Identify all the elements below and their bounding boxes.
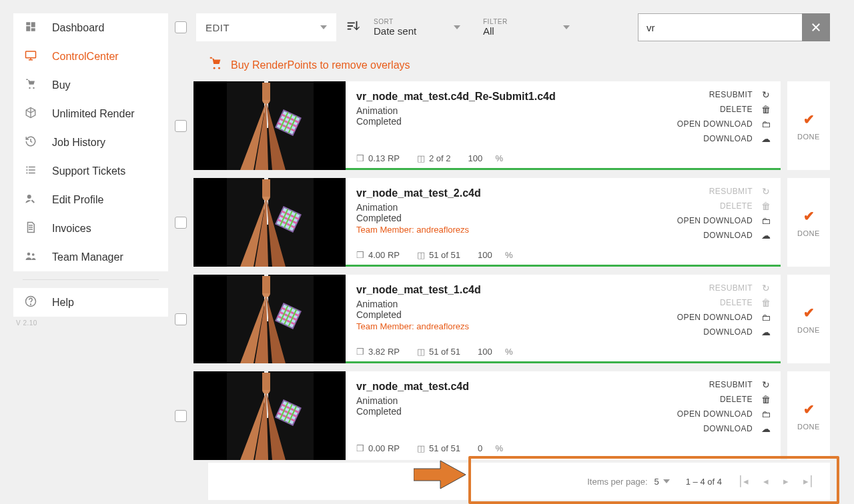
job-checkbox[interactable] [175, 217, 187, 229]
sidebar-item-label: Dashboard [52, 22, 104, 34]
resubmit-button: RESUBMIT↻ [709, 186, 771, 197]
sidebar-item-invoices[interactable]: Invoices [13, 214, 168, 243]
sidebar-item-label: Buy [52, 79, 71, 91]
divider [23, 279, 159, 280]
next-page-button[interactable]: ▸ [783, 475, 789, 487]
folder-open-icon: 🗀 [761, 409, 771, 419]
select-all-checkbox[interactable] [175, 21, 187, 33]
svg-point-15 [32, 253, 35, 256]
sidebar-item-label: Unlimited Render [52, 108, 135, 120]
open-download-button[interactable]: OPEN DOWNLOAD🗀 [677, 312, 771, 323]
job-title: vr_node_mat_test.c4d [356, 381, 636, 393]
sidebar-item-dashboard[interactable]: Dashboard [13, 13, 168, 42]
svg-point-6 [33, 87, 34, 89]
frames-icon: ◫ [417, 443, 425, 453]
open-download-button[interactable]: OPEN DOWNLOAD🗀 [677, 119, 771, 129]
svg-point-19 [218, 67, 220, 69]
items-per-page-value: 5 [655, 477, 659, 487]
sidebar-item-label: Invoices [52, 223, 91, 235]
sidebar-item-help[interactable]: Help [13, 288, 168, 317]
chevron-down-icon [454, 25, 460, 29]
open-download-button[interactable]: OPEN DOWNLOAD🗀 [677, 215, 771, 226]
svg-rect-4 [26, 51, 36, 58]
percent-unit: % [505, 250, 514, 260]
version-label: V 2.10 [13, 317, 168, 329]
job-info: vr_node_mat_test_1.c4dAnimationCompleted… [346, 275, 647, 363]
job-checkbox[interactable] [175, 313, 187, 325]
job-thumbnail [193, 371, 346, 460]
stat-frames: ◫2 of 2 [417, 153, 451, 163]
job-actions: RESUBMIT↻DELETE🗑OPEN DOWNLOAD🗀DOWNLOAD☁ [647, 178, 781, 267]
download-button[interactable]: DOWNLOAD☁ [703, 230, 771, 241]
resubmit-button[interactable]: RESUBMIT↻ [709, 379, 771, 390]
job-actions: RESUBMIT↻DELETE🗑OPEN DOWNLOAD🗀DOWNLOAD☁ [647, 275, 781, 363]
job-row: vr_node_mat_test_2.c4dAnimationCompleted… [175, 178, 830, 267]
job-checkbox[interactable] [175, 120, 187, 132]
help-icon [23, 295, 39, 309]
svg-rect-0 [26, 22, 30, 25]
svg-point-13 [27, 195, 31, 199]
sort-dropdown[interactable]: SORT Date sent [366, 13, 466, 41]
trash-icon: 🗑 [761, 394, 771, 405]
job-stats: ❒0.00 RP◫51 of 510 % [356, 443, 636, 460]
delete-button[interactable]: DELETE🗑 [720, 104, 771, 115]
last-page-button[interactable]: ▸⎮ [803, 475, 814, 487]
cloud-download-icon: ☁ [761, 327, 771, 337]
job-state: Completed [356, 406, 636, 417]
svg-rect-9 [26, 169, 27, 171]
sidebar-item-label: Edit Profile [52, 194, 103, 206]
coins-icon: ❒ [356, 153, 364, 163]
job-state: Completed [356, 213, 636, 223]
job-type: Animation [356, 105, 636, 116]
job-checkbox[interactable] [175, 410, 187, 422]
search-wrap [638, 13, 830, 41]
job-row: vr_node_mat_test.c4dAnimationCompleted❒0… [175, 371, 830, 460]
svg-rect-8 [29, 167, 35, 168]
buy-renderpoints-link[interactable]: Buy RenderPoints to remove overlays [208, 56, 410, 74]
stat-percent: 0 % [478, 443, 504, 453]
download-button[interactable]: DOWNLOAD☁ [703, 423, 771, 434]
open-download-button[interactable]: OPEN DOWNLOAD🗀 [677, 409, 771, 419]
job-thumbnail [193, 178, 346, 267]
percent-unit: % [495, 153, 504, 163]
team-icon [23, 250, 39, 264]
prev-page-button[interactable]: ◂ [763, 475, 769, 487]
delete-button[interactable]: DELETE🗑 [720, 394, 771, 405]
sidebar-item-team-manager[interactable]: Team Manager [13, 243, 168, 271]
sidebar-item-support-tickets[interactable]: Support Tickets [13, 157, 168, 185]
sidebar-item-controlcenter[interactable]: ControlCenter [13, 42, 168, 71]
job-state: Completed [356, 309, 636, 320]
edit-dropdown[interactable]: EDIT [196, 13, 336, 41]
filter-dropdown[interactable]: FILTER All [475, 13, 575, 41]
search-input[interactable] [638, 13, 802, 41]
sort-control: SORT Date sent [346, 13, 466, 41]
job-info: vr_node_mat_test.c4d_Re-Submit1.c4dAnima… [346, 81, 647, 170]
svg-rect-11 [26, 173, 27, 174]
refresh-icon: ↻ [761, 379, 771, 390]
first-page-button[interactable]: ⎮◂ [738, 475, 749, 487]
search-clear-button[interactable] [802, 13, 830, 41]
sidebar-item-unlimited-render[interactable]: Unlimited Render [13, 99, 168, 128]
cloud-download-icon: ☁ [761, 423, 771, 434]
cloud-download-icon: ☁ [761, 133, 771, 144]
buy-renderpoints-text: Buy RenderPoints to remove overlays [231, 59, 410, 71]
done-label: DONE [797, 326, 820, 334]
job-card: vr_node_mat_test_1.c4dAnimationCompleted… [193, 275, 781, 363]
sidebar-item-buy[interactable]: Buy [13, 71, 168, 99]
job-actions: RESUBMIT↻DELETE🗑OPEN DOWNLOAD🗀DOWNLOAD☁ [647, 371, 781, 460]
download-button[interactable]: DOWNLOAD☁ [703, 327, 771, 337]
sort-value: Date sent [374, 25, 446, 37]
check-icon: ✔ [803, 401, 815, 417]
sidebar-item-job-history[interactable]: Job History [13, 128, 168, 157]
done-label: DONE [797, 133, 820, 141]
svg-rect-3 [31, 28, 35, 31]
sidebar-item-edit-profile[interactable]: Edit Profile [13, 185, 168, 214]
sort-label: SORT [374, 18, 446, 25]
resubmit-button[interactable]: RESUBMIT↻ [709, 89, 771, 100]
items-per-page-select[interactable]: 5 [655, 477, 670, 487]
download-button[interactable]: DOWNLOAD☁ [703, 133, 771, 144]
job-row: vr_node_mat_test.c4d_Re-Submit1.c4dAnima… [175, 81, 830, 170]
coins-icon: ❒ [356, 250, 364, 260]
items-per-page-label: Items per page: [587, 477, 647, 487]
svg-rect-36 [262, 276, 270, 293]
